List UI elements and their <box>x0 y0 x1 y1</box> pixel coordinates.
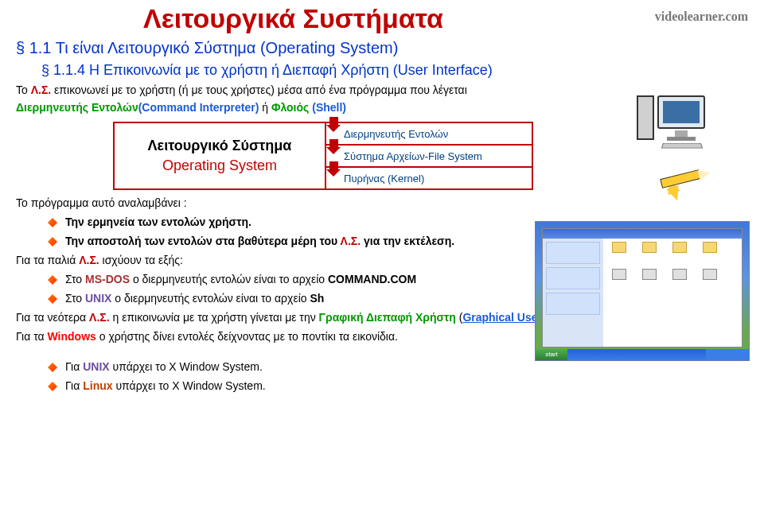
ob1-pre: Στο <box>65 273 85 285</box>
b2-pre: Την αποστολή των εντολών στα <box>65 235 238 247</box>
new-gui1: Γραφική Διεπαφή Χρήστη <box>319 311 456 324</box>
b2-mid: μέρη του <box>288 235 341 247</box>
os-cell-interpreter: Διερμηνευτής Εντολών <box>326 122 533 144</box>
arrow-down-icon <box>326 117 341 132</box>
os-box: Λειτουργικό Σύστημα Operating System <box>113 122 326 190</box>
b2-post: για την εκτέλεση. <box>361 235 454 247</box>
os-box-line1: Λειτουργικό Σύστημα <box>148 138 292 154</box>
arrow-down-icon <box>326 161 341 177</box>
term-interpreter: Διερμηνευτής Εντολών <box>16 101 138 114</box>
tb1-os: UNIX <box>83 360 109 373</box>
os-cell-kernel: Πυρήνας (Kernel) <box>326 166 533 190</box>
term-interpreter-en: (Command Interpreter) <box>138 101 259 114</box>
subsection-heading: § 1.1.4 Η Επικοινωνία με το χρήστη ή Διε… <box>0 62 764 79</box>
pencil-icon <box>661 165 716 196</box>
bullet-item: Στο MS-DOS ο διερμηνευτής εντολών είναι … <box>48 273 764 285</box>
folder-icon <box>637 242 662 264</box>
os-box-line2: Operating System <box>162 157 277 174</box>
intro-mid: επικονωνεί με το χρήστη (ή με τους χρήστ… <box>51 83 467 96</box>
term-shell: Φλοιός <box>271 101 309 114</box>
ob1-os: MS-DOS <box>85 273 130 285</box>
desktop-screenshot: start <box>535 221 750 361</box>
section-heading: § 1.1 Τι είναι Λειτουργικό Σύστημα (Oper… <box>0 39 764 57</box>
intro-or: ή <box>259 101 271 114</box>
subsection-text: 1.1.4 Η Επικοινωνία με το χρήστη ή Διεπα… <box>53 62 493 78</box>
window-titlebar <box>543 229 742 239</box>
old-pre: Για τα παλιά <box>16 254 79 266</box>
ob2-os: UNIX <box>85 292 111 305</box>
b2-ls: Λ.Σ. <box>341 235 361 247</box>
intro-ls: Λ.Σ. <box>31 83 52 96</box>
win-pre: Για τα <box>16 330 48 343</box>
old-ls: Λ.Σ. <box>79 254 99 266</box>
bullet-item: Για Linux υπάρχει το X Window System. <box>48 379 764 392</box>
ob2-mid: ο διερμηνευτής εντολών είναι το αρχείο <box>111 292 310 305</box>
start-button: start <box>536 349 567 360</box>
os-cell-filesystem: Σύστημα Αρχείων-File System <box>326 144 533 166</box>
page-title: Λειτουργικά Συστήματα <box>0 0 764 34</box>
system-tray <box>706 349 749 360</box>
term-shell-en: (Shell) <box>312 101 346 114</box>
old-post: ισχύουν τα εξής: <box>99 254 183 266</box>
taskbar: start <box>536 349 749 360</box>
os-cell-filesystem-label: Σύστημα Αρχείων-File System <box>344 150 482 162</box>
ob2-file: Sh <box>310 292 324 305</box>
tb1-post: υπάρχει το X Window System. <box>110 360 263 373</box>
os-cell-kernel-label: Πυρήνας (Kernel) <box>344 173 424 184</box>
os-diagram: Λειτουργικό Σύστημα Operating System Διε… <box>113 122 591 190</box>
bullet-list-tail: Για UNIX υπάρχει το X Window System. Για… <box>48 360 764 392</box>
watermark: videolearner.com <box>655 10 748 24</box>
ob1-mid: ο διερμηνευτής εντολών είναι το αρχείο <box>130 273 328 285</box>
arrow-down-icon <box>326 139 341 154</box>
folder-icon <box>667 242 692 264</box>
b2-bold: βαθύτερα <box>238 235 288 247</box>
bullet-item: Για UNIX υπάρχει το X Window System. <box>48 360 764 373</box>
program-receives: Το πρόγραμμα αυτό αναλαμβάνει : <box>0 196 764 209</box>
explorer-window <box>542 228 743 348</box>
new-mid: η επικοινωνία με τα χρήστη γίνεται με τη… <box>110 311 319 324</box>
new-pre: Για τα νεότερα <box>16 311 89 324</box>
ob2-pre: Στο <box>65 292 85 305</box>
tb2-pre: Για <box>65 379 83 392</box>
win-post: ο χρήστης δίνει εντολές δείχνοντας με το… <box>96 330 398 343</box>
folder-icon <box>606 242 632 264</box>
bullet-text: Την ερμηνεία των εντολών χρήστη. <box>65 216 251 228</box>
bullet-item: Στο UNIX ο διερμηνευτής εντολών είναι το… <box>48 292 764 305</box>
computer-icon <box>645 95 716 159</box>
ob1-file: COMMAND.COM <box>328 273 416 285</box>
win-os: Windows <box>48 330 96 343</box>
intro-paragraph: Το Λ.Σ. επικονωνεί με το χρήστη (ή με το… <box>0 83 764 96</box>
tb1-pre: Για <box>65 360 83 373</box>
new-ls: Λ.Σ. <box>89 311 110 324</box>
tb2-post: υπάρχει το X Window System. <box>115 379 265 392</box>
tb2-os: Linux <box>83 379 115 392</box>
os-cell-interpreter-label: Διερμηνευτής Εντολών <box>344 128 448 140</box>
intro-pre: Το <box>16 83 31 96</box>
folder-icon <box>697 242 723 264</box>
section-text: 1.1 Τι είναι Λειτουργικό Σύστημα (Operat… <box>29 39 399 56</box>
os-right-column: Διερμηνευτής Εντολών Σύστημα Αρχείων-Fil… <box>326 122 533 190</box>
